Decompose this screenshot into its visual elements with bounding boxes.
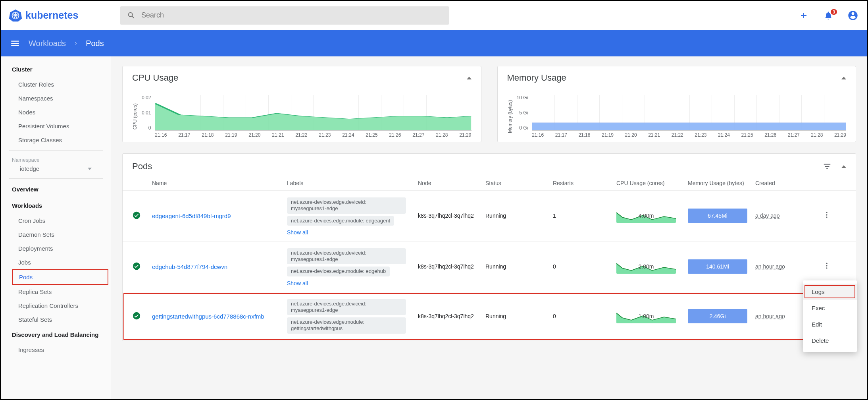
ctx-edit[interactable]: Edit — [803, 316, 857, 332]
brand-logo[interactable]: kubernetes — [9, 9, 120, 22]
main-content: CPU Usage CPU (cores) 0.02 0.01 0 — [111, 56, 867, 399]
sidebar-item-storage-classes[interactable]: Storage Classes — [1, 133, 111, 147]
success-check-icon — [132, 311, 141, 320]
svg-point-17 — [826, 267, 827, 269]
search-input[interactable] — [141, 11, 442, 19]
svg-point-12 — [826, 214, 827, 215]
cpu-sparkcell: 2.00m — [616, 259, 676, 274]
filter-icon — [823, 162, 831, 171]
ctx-exec[interactable]: Exec — [803, 300, 857, 316]
svg-point-11 — [826, 212, 827, 213]
filter-button[interactable] — [821, 160, 833, 173]
pods-card: Pods Name Labels Node Status Restarts CP… — [122, 153, 856, 341]
sidebar-item-deployments[interactable]: Deployments — [1, 242, 111, 255]
table-row: edgeagent-6d5df849bf-mgrd9 net.azure-dev… — [123, 191, 856, 242]
sidebar-item-jobs[interactable]: Jobs — [1, 255, 111, 269]
cpu-usage-card: CPU Usage CPU (cores) 0.02 0.01 0 — [122, 66, 481, 142]
sidebar-item-ingresses[interactable]: Ingresses — [1, 343, 111, 357]
svg-point-18 — [133, 312, 140, 319]
sidebar: Cluster Cluster Roles Namespaces Nodes P… — [1, 56, 111, 399]
cpu-xaxis: 21:1621:1721:1821:1921:2021:2121:2221:23… — [155, 131, 471, 138]
label-chip: net.azure-devices.edge.deviceid: myasegp… — [287, 248, 406, 265]
brand-text: kubernetes — [25, 10, 78, 21]
show-all-link[interactable]: Show all — [287, 227, 308, 236]
row-actions-button[interactable] — [823, 212, 831, 220]
pod-created: an hour ago — [755, 263, 785, 270]
account-button[interactable] — [847, 9, 859, 22]
pod-name-link[interactable]: gettingstartedwithgpus-6cd778868c-nxfmb — [152, 313, 264, 320]
sidebar-item-pods[interactable]: Pods — [12, 269, 108, 285]
sidebar-item-nodes[interactable]: Nodes — [1, 105, 111, 119]
show-all-link[interactable]: Show all — [287, 278, 308, 286]
mem-sparkcell: 67.45Mi — [688, 209, 747, 223]
pod-restarts: 1 — [553, 213, 616, 219]
svg-point-15 — [826, 263, 827, 264]
mem-card-title: Memory Usage — [507, 73, 566, 83]
cpu-sparkcell: 1.00m — [616, 309, 676, 323]
cpu-sparkline — [155, 95, 471, 130]
row-actions-button[interactable] — [823, 263, 831, 271]
mem-sparkline — [532, 95, 846, 130]
label-chip: net.azure-devices.edge.module: edgeagent — [287, 216, 394, 226]
sidebar-heading-overview[interactable]: Overview — [1, 181, 111, 197]
table-row: edgehub-54d877f794-dcwvn net.azure-devic… — [123, 242, 856, 292]
sidebar-heading-workloads[interactable]: Workloads — [1, 197, 111, 214]
search-icon — [127, 11, 136, 20]
success-check-icon — [132, 211, 141, 220]
sidebar-item-persistent-volumes[interactable]: Persistent Volumes — [1, 119, 111, 133]
mem-yaxis-label: Memory (bytes) — [507, 95, 513, 138]
sidebar-item-namespaces[interactable]: Namespaces — [1, 91, 111, 105]
cpu-yaxis-ticks: 0.02 0.01 0 — [142, 95, 151, 131]
pod-node: k8s-3q7lhq2cl-3q7lhq2 — [418, 313, 485, 319]
row-context-menu: Logs Exec Edit Delete — [803, 280, 857, 352]
sidebar-item-cron-jobs[interactable]: Cron Jobs — [1, 214, 111, 228]
mem-xaxis: 21:1621:1721:1821:1921:2021:2121:2221:23… — [532, 131, 846, 138]
sidebar-item-daemon-sets[interactable]: Daemon Sets — [1, 228, 111, 242]
breadcrumb-current: Pods — [86, 39, 104, 48]
cpu-yaxis-label: CPU (cores) — [132, 95, 138, 138]
breadcrumb-bar: Workloads Pods — [1, 30, 867, 56]
pod-created: an hour ago — [755, 313, 785, 319]
table-row: gettingstartedwithgpus-6cd778868c-nxfmb … — [123, 292, 856, 341]
sidebar-heading-cluster: Cluster — [1, 61, 111, 77]
chevron-right-icon — [73, 41, 79, 46]
search-bar[interactable] — [120, 6, 449, 25]
collapse-icon[interactable] — [841, 165, 846, 168]
notifications-button[interactable]: 3 — [822, 9, 835, 22]
svg-point-13 — [826, 216, 827, 218]
create-button[interactable] — [797, 9, 810, 22]
pod-status: Running — [485, 263, 553, 270]
collapse-icon[interactable] — [841, 77, 846, 79]
pod-status: Running — [485, 213, 553, 219]
sidebar-heading-discovery[interactable]: Discovery and Load Balancing — [1, 327, 111, 343]
namespace-select[interactable]: iotedge — [9, 164, 103, 179]
chevron-down-icon — [88, 168, 92, 170]
pod-created: a day ago — [755, 213, 780, 219]
mem-chart — [532, 95, 846, 131]
collapse-icon[interactable] — [467, 77, 472, 79]
ctx-logs[interactable]: Logs — [803, 284, 857, 300]
namespace-label: Namespace — [1, 151, 111, 164]
sidebar-item-replication-controllers[interactable]: Replication Controllers — [1, 299, 111, 313]
cpu-sparkcell: 4.00m — [616, 209, 676, 223]
mem-sparkcell: 2.46Gi — [688, 309, 747, 323]
svg-point-14 — [133, 262, 140, 269]
label-chip: net.azure-devices.edge.module: edgehub — [287, 267, 390, 276]
menu-toggle[interactable] — [9, 37, 21, 50]
pod-restarts: 0 — [553, 263, 616, 270]
sidebar-item-cluster-roles[interactable]: Cluster Roles — [1, 77, 111, 91]
kubernetes-wheel-icon — [9, 9, 22, 22]
pod-node: k8s-3q7lhq2cl-3q7lhq2 — [418, 213, 485, 219]
hamburger-icon — [10, 38, 20, 48]
more-vert-icon — [823, 211, 831, 219]
breadcrumb-parent[interactable]: Workloads — [29, 39, 66, 48]
topbar: kubernetes 3 — [1, 1, 867, 30]
mem-sparkcell: 140.61Mi — [688, 259, 747, 274]
sidebar-item-replica-sets[interactable]: Replica Sets — [1, 285, 111, 299]
ctx-delete[interactable]: Delete — [803, 332, 857, 349]
pod-name-link[interactable]: edgehub-54d877f794-dcwvn — [152, 263, 227, 270]
top-actions: 3 — [797, 9, 859, 22]
sidebar-item-stateful-sets[interactable]: Stateful Sets — [1, 313, 111, 327]
pod-name-link[interactable]: edgeagent-6d5df849bf-mgrd9 — [152, 213, 231, 219]
notification-badge: 3 — [831, 9, 837, 15]
